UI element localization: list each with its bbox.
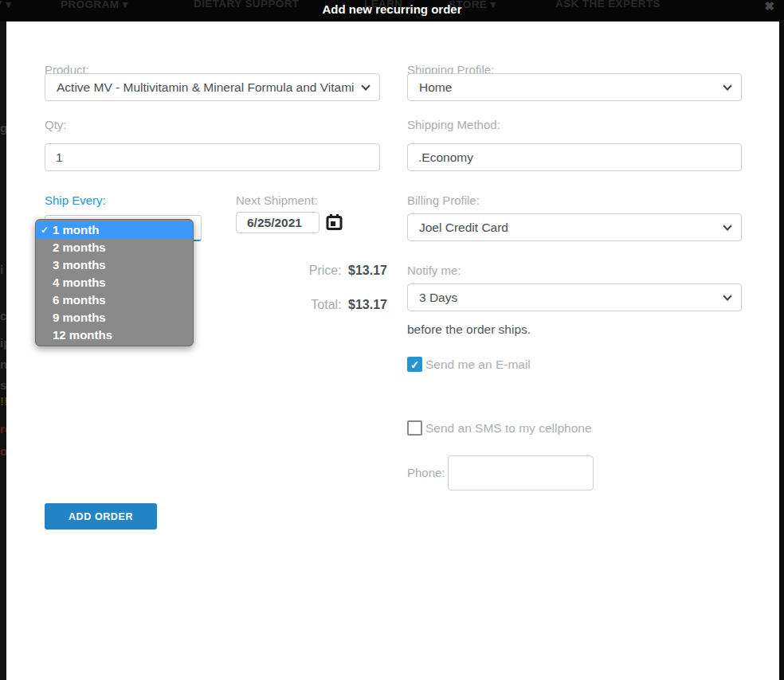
ship-every-option[interactable]: 9 months bbox=[36, 309, 193, 326]
backdrop-left-strip: gicipns!!reot bbox=[0, 21, 6, 680]
calendar-icon[interactable] bbox=[326, 213, 343, 234]
ship-every-option[interactable]: 6 months bbox=[36, 291, 193, 309]
backdrop-text-fragment: c bbox=[0, 309, 6, 322]
add-order-button[interactable]: ADD ORDER bbox=[45, 503, 157, 530]
ship-every-option[interactable]: 2 months bbox=[36, 239, 193, 256]
ship-every-option[interactable]: ✓1 month bbox=[36, 221, 193, 239]
chevron-down-icon bbox=[723, 291, 731, 300]
backdrop-text-fragment: ip bbox=[0, 336, 6, 350]
shipping-method-label: Shipping Method: bbox=[407, 118, 500, 131]
notify-me-label: Notify me: bbox=[407, 264, 461, 277]
qty-input[interactable] bbox=[45, 143, 380, 171]
backdrop-text-fragment: i bbox=[0, 263, 3, 276]
ship-every-option[interactable]: 12 months bbox=[36, 326, 193, 344]
backdrop-text-fragment: ot bbox=[0, 444, 6, 458]
notify-me-select-value: 3 Days bbox=[419, 291, 457, 304]
backdrop-right-strip bbox=[779, 21, 784, 680]
sms-checkbox[interactable] bbox=[407, 420, 422, 436]
ship-every-option[interactable]: 3 months bbox=[36, 256, 193, 274]
ship-every-option[interactable]: 4 months bbox=[36, 274, 193, 291]
email-checkbox-label: Send me an E-mail bbox=[425, 358, 531, 372]
selected-check-icon: ✓ bbox=[41, 221, 49, 239]
billing-profile-select[interactable]: Joel Credit Card bbox=[407, 213, 742, 241]
add-recurring-order-modal: Product: Active MV - Multivitamin & Mine… bbox=[6, 21, 779, 680]
phone-input[interactable] bbox=[448, 455, 594, 490]
ship-every-label: Ship Every: bbox=[45, 193, 106, 207]
total-value: $13.17 bbox=[348, 298, 387, 311]
qty-label: Qty: bbox=[45, 118, 67, 131]
ship-every-dropdown-menu: ✓1 month2 months3 months4 months6 months… bbox=[35, 219, 194, 346]
modal-title: Add new recurring order bbox=[0, 2, 784, 16]
product-select[interactable]: Active MV - Multivitamin & Mineral Formu… bbox=[45, 73, 380, 101]
price-label: Price: bbox=[309, 264, 342, 277]
billing-profile-select-value: Joel Credit Card bbox=[419, 221, 508, 234]
chevron-down-icon bbox=[723, 221, 731, 230]
close-icon[interactable]: ✖ bbox=[764, 0, 774, 14]
email-checkbox[interactable]: ✓ bbox=[407, 357, 422, 372]
backdrop-text-fragment: s bbox=[0, 378, 6, 392]
sms-checkbox-row[interactable]: Send an SMS to my cellphone bbox=[407, 420, 592, 436]
shipping-profile-select[interactable]: Home bbox=[407, 73, 742, 101]
notify-suffix-text: before the order ships. bbox=[407, 322, 531, 337]
shipping-profile-select-value: Home bbox=[419, 80, 452, 94]
price-row: Price: $13.17 bbox=[236, 264, 387, 278]
product-select-value: Active MV - Multivitamin & Mineral Formu… bbox=[57, 80, 355, 94]
total-label: Total: bbox=[311, 298, 341, 311]
backdrop-text-fragment: re bbox=[0, 422, 6, 436]
backdrop-text-fragment: n bbox=[0, 358, 6, 371]
notify-me-select[interactable]: 3 Days bbox=[407, 283, 742, 311]
total-row: Total: $13.17 bbox=[236, 298, 387, 312]
chevron-down-icon bbox=[723, 81, 731, 90]
price-value: $13.17 bbox=[348, 264, 387, 277]
sms-checkbox-label: Send an SMS to my cellphone bbox=[425, 421, 592, 436]
email-checkbox-row[interactable]: ✓ Send me an E-mail bbox=[407, 357, 531, 372]
next-shipment-input[interactable] bbox=[236, 212, 319, 233]
backdrop-text-fragment: g bbox=[0, 121, 6, 135]
billing-profile-label: Billing Profile: bbox=[407, 193, 480, 207]
shipping-method-input[interactable] bbox=[407, 143, 742, 171]
chevron-down-icon bbox=[361, 81, 370, 90]
next-shipment-label: Next Shipment: bbox=[236, 193, 318, 207]
backdrop-text-fragment: !! bbox=[0, 394, 6, 408]
phone-label: Phone: bbox=[407, 466, 445, 479]
screen: Y ▾ PROGRAM ▾ DIETARY SUPPORT LEARN STOR… bbox=[0, 0, 784, 680]
